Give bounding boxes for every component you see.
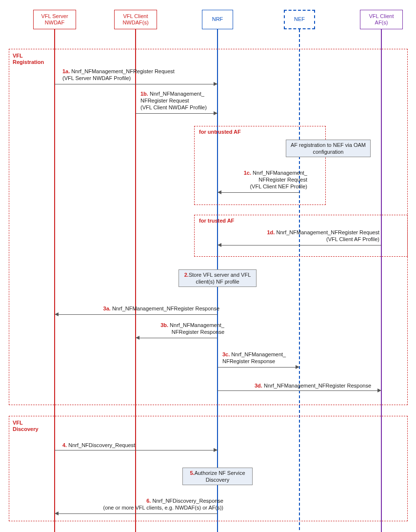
arrow-head-1a — [214, 82, 218, 86]
arrow-1a — [55, 84, 218, 84]
arrow-3a — [59, 314, 218, 315]
msg-1a: 1a. Nnrf_NFManagement_NFRegister Request… — [62, 68, 209, 82]
phase-discovery-label: VFL Discovery — [13, 420, 39, 432]
note-authorize: 5.Authorize NF Service Discovery — [182, 468, 253, 485]
arrow-head-4 — [214, 448, 218, 452]
arrow-6 — [59, 513, 218, 514]
participant-vfl-client-af: VFL Client AF(s) — [360, 10, 403, 29]
participant-nrf: NRF — [202, 10, 233, 29]
msg-4: 4. Nnrf_NFDiscovery_Request — [62, 442, 209, 449]
alt-untrusted-box — [194, 126, 326, 205]
arrow-head-1d — [218, 243, 221, 247]
msg-1b: 1b. Nnrf_NFManagement_ NFRegister Reques… — [140, 91, 228, 111]
arrow-head-3a — [55, 312, 59, 316]
arrow-head-3d — [377, 389, 381, 392]
arrow-1d — [221, 245, 381, 246]
participant-vfl-server: VFL Server NWDAF — [33, 10, 76, 29]
phase-registration-label: VFL Registration — [13, 53, 44, 65]
msg-1c: 1c. Nnrf_NFManagement_ NFRegister Reques… — [224, 170, 307, 190]
note-store-profile: 2.Store VFL server and VFL client(s) NF … — [178, 269, 257, 287]
msg-3b: 3b. Nnrf_NFManagement_ NFRegister Respon… — [146, 322, 224, 336]
arrow-3d — [218, 390, 377, 391]
arrow-head-3b — [136, 336, 139, 340]
arrow-head-1c — [218, 190, 221, 194]
msg-3c: 3c. Nnrf_NFManagement_ NFRegister Respon… — [222, 351, 300, 365]
arrow-1b — [136, 113, 218, 114]
arrow-head-1b — [214, 111, 218, 115]
arrow-head-6 — [55, 512, 59, 515]
arrow-4 — [55, 450, 218, 450]
msg-1d: 1d. Nnrf_NFManagement_NFRegister Request… — [258, 229, 379, 243]
arrow-1c — [221, 192, 299, 193]
note-af-registration: AF registration to NEF via OAM configura… — [286, 140, 371, 157]
msg-3d: 3d. Nnrf_NFManagement_NFRegister Respons… — [255, 383, 381, 389]
arrow-3c — [218, 367, 296, 368]
arrow-3b — [139, 338, 218, 338]
msg-3a: 3a. Nnrf_NFManagement_NFRegister Respons… — [93, 306, 219, 312]
alt-untrusted-label: for untrusted AF — [199, 129, 241, 135]
participant-nef: NEF — [284, 10, 315, 29]
arrow-head-3c — [296, 365, 299, 369]
alt-trusted-label: for trusted AF — [199, 218, 234, 224]
participant-vfl-client-nwdaf: VFL Client NWDAF(s) — [114, 10, 157, 29]
msg-6: 6. Nnrf_NFDiscovery_Response (one or mor… — [87, 498, 223, 512]
